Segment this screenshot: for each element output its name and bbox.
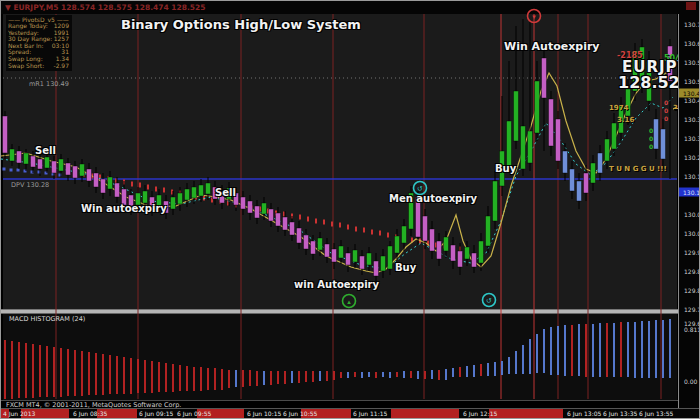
trade-annotation: Win autoexpiry [81,203,167,214]
candle [318,238,323,250]
trend-dot-red [355,227,357,232]
trend-dot-red [379,231,381,236]
trend-dot-red [131,182,133,187]
candle [262,203,267,214]
candle [507,121,512,166]
signal-marker-glyph: ▴ [347,298,351,306]
candle [605,139,610,161]
candle [10,149,15,161]
trend-dot-red [315,219,317,224]
candle [248,201,253,213]
candle [563,151,568,173]
time-label: 6 Jun 11:15 [353,410,387,417]
macd-title: MACD HISTOGRAM (24) [9,315,85,323]
trade-annotation: Sell [215,187,236,198]
candle [388,246,393,269]
time-label: 6 Jun 10:55 [283,410,317,417]
trend-dot-red [163,188,165,193]
price-axis-label: 130.650 [684,40,700,47]
trend-dot-blue [10,169,13,172]
candle [59,159,64,171]
candle [66,163,71,175]
candle [472,253,477,267]
candle [577,181,582,201]
candle [430,229,435,251]
candle [549,99,554,146]
candle [311,241,316,254]
price-axis[interactable]: 130.715130.650130.585130.520130.455130.3… [678,14,700,418]
time-label: 6 Jun 13:35 [603,410,637,417]
candle [479,241,484,263]
trend-dot-red [139,183,141,188]
time-axis[interactable]: 4 Jun 20136 Jun 08:356 Jun 09:156 Jun 09… [1,408,700,419]
pivot-dpv-label: DPV 130.28 [11,181,49,189]
candle [402,226,407,243]
price-axis-label: 130.195 [684,173,700,180]
price-axis-label: 130.455 [684,97,700,104]
trend-dot-red [339,223,341,228]
candle [304,235,309,249]
time-label: 6 Jun 09:15 [139,410,173,417]
candle [353,250,358,262]
trend-dot-red [323,220,325,225]
trend-dot-red [307,217,309,222]
trade-annotation: Sell [35,145,56,156]
trend-dot-red [363,228,365,233]
price-axis-label: 130.325 [684,135,700,142]
pivot-mr1-label: mR1 130.49 [29,80,69,88]
candle [297,228,302,243]
price-axis-label: 129.870 [684,268,700,275]
candle [521,126,526,169]
candle [108,177,113,189]
trade-annotation: Buy [395,262,416,273]
price-axis-label: 130.260 [684,154,700,161]
signal-marker-glyph: ▾ [532,13,536,21]
info-row: Swap Short:-2.97 [8,63,69,70]
macd-axis-label: 0.8117 [684,326,700,333]
candle [339,246,344,258]
price-axis-label: 129.935 [684,249,700,256]
price-axis-label: 130.715 [684,21,700,28]
info-row-label: Swap Short: [8,63,44,70]
candle [528,131,533,163]
trend-dot-blue [3,168,6,171]
candle [192,187,197,198]
candle [290,222,295,235]
trade-annotation: Win Autoexpiry [504,40,600,53]
candle [556,119,561,161]
time-label: 6 Jun 08:35 [73,410,107,417]
trade-annotation: Men autoexpiry [389,193,477,204]
candle [451,245,456,261]
price-axis-label: 129.740 [684,306,700,313]
candle [374,261,379,276]
signal-marker-glyph: ↺ [417,185,423,193]
ask-price-box: 130.460 [679,89,700,98]
trend-dot-red [331,222,333,227]
candle [283,217,288,230]
candle [115,183,120,197]
trade-annotation: win Autoexpiry [294,279,379,290]
macd-axis-label: 0.00 [684,378,697,385]
candle [654,119,659,149]
candle [45,157,50,168]
price-axis-label: 130.065 [684,211,700,218]
candle [3,116,8,153]
pivots-info-panel: —— PivotsD_v5 —— Range Today:1209Yesterd… [6,15,72,71]
trade-annotation: Buy [495,163,516,174]
time-label: 6 Jun 13:05 [567,410,601,417]
candle [206,183,211,194]
candle [514,91,519,141]
time-label: 6 Jun 13:55 [639,410,673,417]
time-axis-highlight [391,409,459,419]
tunggu-wait-label: T U N G G U !!! [609,165,667,173]
candle [570,169,575,191]
trend-dot-red [387,233,389,238]
mt4-window: ▼ EURJPY,M5 128.574 128.575 128.474 128.… [0,0,700,419]
price-axis-label: 130.520 [684,78,700,85]
candle [332,249,337,262]
candle [535,81,540,133]
candle [661,129,666,159]
candle [94,173,99,187]
trend-dot-red [347,225,349,230]
time-label: 6 Jun 12:15 [463,410,497,417]
